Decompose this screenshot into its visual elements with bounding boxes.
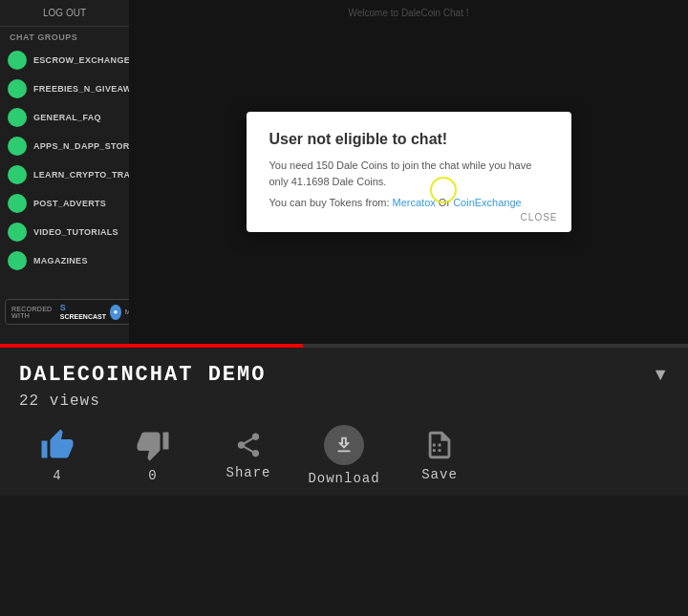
sidebar-label-freebies: FREEBIES_N_GIVEAWAYS: [33, 84, 129, 94]
sidebar-item-magazines[interactable]: MAGAZINES: [0, 246, 129, 275]
save-button[interactable]: Save: [401, 429, 497, 482]
screencast-badge: RECORDED WITH S SCREENCAST ● MATIC: [5, 299, 129, 325]
download-label: Download: [308, 471, 379, 486]
dialog-close-button[interactable]: CLOSE: [521, 212, 558, 223]
video-content: Welcome to DaleCoin Chat ! User not elig…: [129, 0, 688, 344]
thumb-down-icon: [136, 428, 170, 462]
bottom-panel: DALECOINCHAT DEMO ▼ 22 views 4 0 Share: [0, 348, 688, 496]
download-circle: [324, 425, 364, 465]
sidebar-label-post-adverts: POST_ADVERTS: [33, 199, 106, 208]
sidebar-icon-escrow: [8, 51, 27, 70]
video-title-row: DALECOINCHAT DEMO ▼: [19, 363, 669, 387]
dialog-title: User not eligible to chat!: [269, 131, 548, 148]
recorded-with-text: RECORDED WITH: [11, 306, 56, 319]
video-area: LOG OUT CHAT GROUPS ESCROW_EXCHANGE FREE…: [0, 0, 688, 344]
dialog-box: User not eligible to chat! You need 150 …: [247, 112, 571, 232]
video-title: DALECOINCHAT DEMO: [19, 363, 266, 387]
expand-icon[interactable]: ▼: [652, 365, 669, 385]
dislike-button[interactable]: 0: [115, 428, 210, 483]
logout-button[interactable]: LOG OUT: [0, 0, 129, 27]
download-icon: [333, 435, 355, 456]
download-button[interactable]: Download: [306, 425, 401, 486]
sidebar-item-freebies[interactable]: FREEBIES_N_GIVEAWAYS: [0, 74, 129, 103]
coinexchange-link[interactable]: CoinExchange: [453, 197, 522, 208]
dislike-count: 0: [148, 468, 157, 483]
sidebar-label-apps: APPS_N_DAPP_STORE: [33, 141, 129, 151]
save-label: Save: [421, 467, 458, 482]
mercatox-link[interactable]: Mercatox: [393, 197, 436, 208]
dialog-buy-text: You can buy Tokens from:: [269, 197, 390, 208]
sidebar-item-post-adverts[interactable]: POST_ADVERTS: [0, 189, 129, 218]
dialog-overlay: User not eligible to chat! You need 150 …: [129, 0, 688, 344]
sidebar-icon-magazines: [8, 251, 27, 270]
sidebar: LOG OUT CHAT GROUPS ESCROW_EXCHANGE FREE…: [0, 0, 129, 344]
sidebar-item-learn-crypto[interactable]: LEARN_CRYPTO_TRADING: [0, 160, 129, 189]
sidebar-label-escrow: ESCROW_EXCHANGE: [33, 55, 129, 65]
dialog-or-text: Or: [439, 197, 453, 208]
share-button[interactable]: Share: [210, 431, 306, 480]
views-count: 22 views: [19, 393, 669, 410]
sidebar-icon-apps: [8, 137, 27, 156]
sidebar-icon-learn-crypto: [8, 165, 27, 184]
chat-groups-label: CHAT GROUPS: [0, 27, 129, 46]
sidebar-label-video-tutorials: VIDEO_TUTORIALS: [33, 227, 118, 237]
like-button[interactable]: 4: [19, 428, 115, 483]
sidebar-item-escrow-exchange[interactable]: ESCROW_EXCHANGE: [0, 46, 129, 74]
thumb-up-icon: [40, 428, 75, 462]
progress-bar-container[interactable]: [0, 344, 688, 348]
sidebar-icon-freebies: [8, 79, 27, 98]
like-count: 4: [53, 468, 61, 483]
dialog-body: You need 150 Dale Coins to join the chat…: [269, 158, 548, 189]
sidebar-item-apps[interactable]: APPS_N_DAPP_STORE: [0, 132, 129, 160]
share-icon: [234, 431, 263, 459]
dialog-body-links: You can buy Tokens from: Mercatox Or Coi…: [269, 195, 548, 211]
save-icon: [423, 429, 456, 461]
sidebar-label-faq: GENERAL_FAQ: [33, 113, 101, 122]
sidebar-label-learn-crypto: LEARN_CRYPTO_TRADING: [33, 170, 129, 180]
sidebar-icon-faq: [8, 108, 27, 127]
share-label: Share: [226, 465, 270, 480]
sidebar-label-magazines: MAGAZINES: [33, 256, 88, 266]
progress-bar-fill: [0, 344, 303, 348]
sidebar-item-general-faq[interactable]: GENERAL_FAQ: [0, 103, 129, 132]
screencast-dot: ●: [110, 305, 121, 320]
sidebar-item-video-tutorials[interactable]: VIDEO_TUTORIALS: [0, 218, 129, 246]
action-buttons: 4 0 Share Download: [19, 425, 669, 486]
dialog-body-line1: You need 150 Dale Coins to join the chat…: [269, 159, 532, 187]
screencast-logo: S SCREENCAST: [60, 303, 106, 321]
sidebar-icon-video-tutorials: [8, 223, 27, 242]
sidebar-icon-post-adverts: [8, 194, 27, 213]
